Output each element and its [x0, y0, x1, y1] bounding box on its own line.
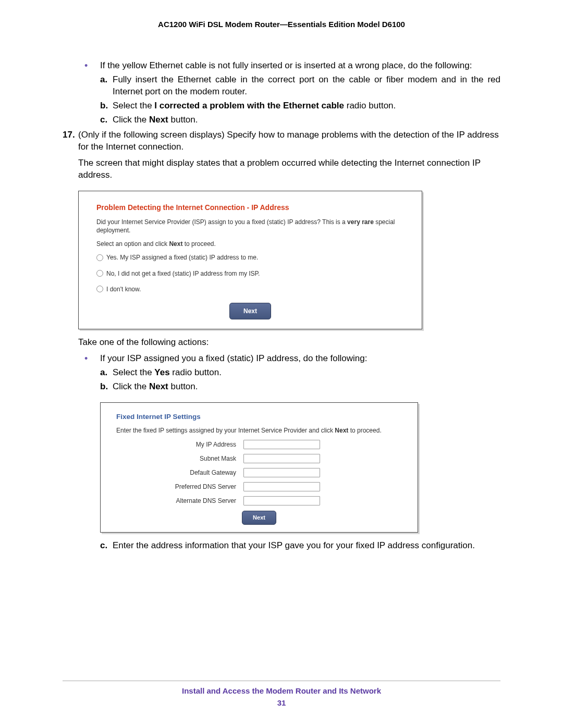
label-alt-dns: Alternate DNS Server	[116, 497, 243, 505]
sub-text-b: Click the Next button.	[113, 381, 500, 393]
sub-label-c: c.	[100, 114, 113, 126]
t-bold: Next	[149, 381, 168, 391]
shot2-title: Fixed Internet IP Settings	[116, 412, 402, 422]
t-bold: very rare	[347, 218, 374, 226]
radio-label: No, I did not get a fixed (static) IP ad…	[106, 269, 260, 278]
t: Click the	[113, 381, 149, 391]
radio-option-no[interactable]: No, I did not get a fixed (static) IP ad…	[96, 269, 404, 278]
sub-text-c: Click the Next button.	[113, 114, 500, 126]
t: button.	[168, 115, 198, 125]
input-gateway[interactable]	[243, 468, 320, 477]
sub-text-c: Enter the address information that your …	[113, 540, 500, 552]
shot2-intro: Enter the fixed IP settings assigned by …	[116, 426, 402, 435]
t: to proceed.	[348, 427, 381, 434]
screenshot-fixed-ip: Fixed Internet IP Settings Enter the fix…	[100, 402, 418, 532]
t: Enter the fixed IP settings assigned by …	[116, 427, 335, 434]
sub-label-c: c.	[100, 540, 113, 552]
t-bold: Yes	[154, 367, 169, 377]
sub-text-a: Fully insert the Ethernet cable in the c…	[113, 74, 500, 98]
shot1-title: Problem Detecting the Internet Connectio…	[96, 203, 404, 213]
sub-text-b: Select the I corrected a problem with th…	[113, 100, 500, 112]
shot1-line2: Select an option and click Next to proce…	[96, 240, 404, 248]
t-bold: I corrected a problem with the Ethernet …	[154, 101, 344, 110]
label-my-ip: My IP Address	[116, 440, 243, 449]
label-subnet: Subnet Mask	[116, 454, 243, 463]
input-pref-dns[interactable]	[243, 482, 320, 491]
t: Select an option and click	[96, 240, 169, 248]
sub-text-a: Select the Yes radio button.	[113, 367, 500, 379]
doc-header: AC1200 WiFi DSL Modem Router—Essentials …	[63, 20, 500, 29]
t: Click the	[113, 115, 149, 125]
label-pref-dns: Preferred DNS Server	[116, 483, 243, 491]
radio-icon	[96, 270, 103, 277]
bullet-icon: •	[84, 60, 100, 72]
bullet-icon: •	[84, 353, 100, 365]
sub-label-b: b.	[100, 381, 113, 393]
bullet-text: If the yellow Ethernet cable is not full…	[100, 60, 500, 72]
step-17-para: The screen that might display states tha…	[78, 157, 500, 181]
t: radio button.	[170, 367, 222, 377]
t: Select the	[113, 367, 154, 377]
input-my-ip[interactable]	[243, 440, 320, 449]
label-gateway: Default Gateway	[116, 468, 243, 477]
shot1-line1: Did your Internet Service Provider (ISP)…	[96, 218, 404, 235]
radio-option-unknown[interactable]: I don't know.	[96, 285, 404, 293]
input-subnet[interactable]	[243, 454, 320, 463]
sub-label-b: b.	[100, 100, 113, 112]
radio-label: I don't know.	[106, 285, 141, 293]
sub-label-a: a.	[100, 74, 113, 98]
t-bold: Next	[169, 240, 182, 248]
radio-label: Yes. My ISP assigned a fixed (static) IP…	[106, 253, 258, 262]
page-number: 31	[63, 698, 500, 707]
footer-divider	[63, 681, 500, 681]
sub-label-a: a.	[100, 367, 113, 379]
next-button[interactable]: Next	[229, 303, 271, 319]
next-button[interactable]: Next	[242, 511, 276, 525]
t: radio button.	[344, 101, 396, 110]
bullet-text: If your ISP assigned you a fixed (static…	[100, 353, 500, 365]
radio-option-yes[interactable]: Yes. My ISP assigned a fixed (static) IP…	[96, 253, 404, 262]
t: Select the	[113, 101, 154, 110]
footer-title: Install and Access the Modem Router and …	[63, 686, 500, 695]
t: Did your Internet Service Provider (ISP)…	[96, 218, 347, 226]
radio-icon	[96, 286, 103, 292]
t-bold: Next	[149, 115, 168, 125]
input-alt-dns[interactable]	[243, 496, 320, 505]
t: button.	[168, 381, 198, 391]
radio-icon	[96, 254, 103, 261]
step-17-text: (Only if the following screen displays) …	[78, 129, 500, 153]
screenshot-ip-problem: Problem Detecting the Internet Connectio…	[78, 191, 422, 329]
t-bold: Next	[335, 427, 348, 434]
take-action-text: Take one of the following actions:	[78, 337, 500, 349]
step-number-17: 17.	[63, 129, 78, 153]
t: to proceed.	[182, 240, 215, 248]
